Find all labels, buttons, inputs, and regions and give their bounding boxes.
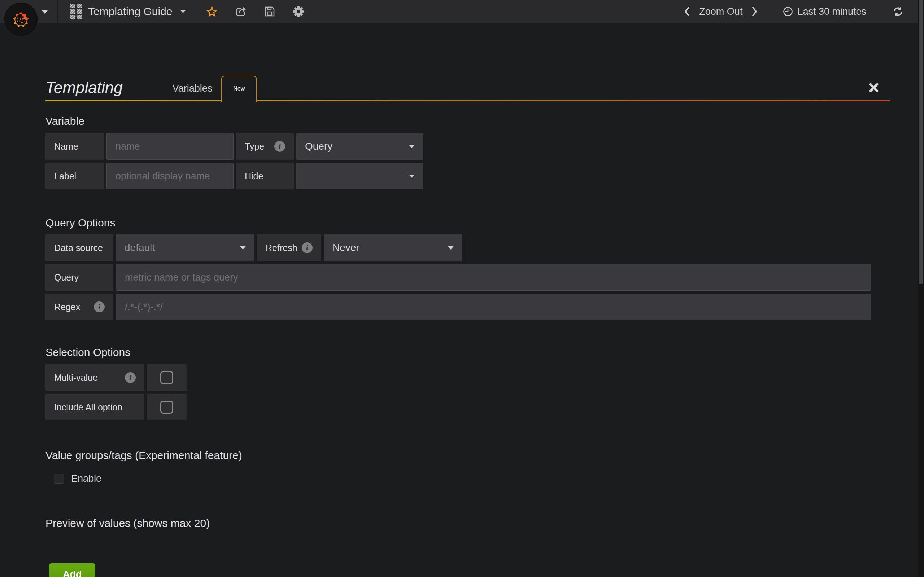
close-icon — [868, 82, 879, 93]
variable-section-heading: Variable — [45, 114, 890, 128]
regex-label-text: Regex — [54, 302, 80, 312]
info-icon[interactable]: i — [125, 372, 136, 383]
dashboard-title: Templating Guide — [88, 5, 172, 18]
include-all-row: Include All option — [45, 394, 890, 421]
chevron-down-icon — [181, 10, 186, 13]
chevron-down-icon — [448, 246, 454, 250]
hide-label: Hide — [236, 163, 294, 189]
grafana-logo-icon — [10, 8, 32, 31]
time-shift-forward-button[interactable] — [743, 0, 767, 23]
close-button[interactable] — [868, 82, 880, 94]
tab-new[interactable]: New — [221, 76, 257, 102]
time-shift-back-button[interactable] — [675, 0, 699, 23]
query-label: Query — [45, 264, 113, 291]
info-icon[interactable]: i — [94, 301, 105, 312]
scrollbar-track[interactable] — [918, 0, 924, 577]
tab-variables[interactable]: Variables — [164, 83, 221, 102]
include-all-label: Include All option — [45, 394, 144, 421]
query-input[interactable] — [116, 264, 871, 291]
query-options-heading: Query Options — [45, 216, 890, 230]
refresh-label: Refresh i — [257, 234, 321, 261]
preview-heading: Preview of values (shows max 20) — [45, 516, 890, 530]
type-select[interactable]: Query — [296, 133, 423, 160]
label-input[interactable] — [107, 163, 234, 189]
hide-select[interactable] — [296, 163, 423, 189]
grafana-logo-icon — [5, 3, 37, 35]
regex-input[interactable] — [116, 293, 871, 320]
gear-icon — [292, 5, 305, 18]
tabs: Variables New — [164, 76, 257, 102]
variable-row-2: Label Hide — [45, 163, 890, 189]
page-title: Templating — [45, 80, 123, 102]
chevron-right-icon — [752, 6, 758, 16]
refresh-select-value: Never — [333, 242, 360, 253]
multi-value-label: Multi-value i — [45, 364, 144, 391]
time-range-label: Last 30 minutes — [797, 6, 866, 17]
templating-editor: Templating Variables New Variable Name T… — [45, 73, 890, 577]
dashboard-settings-button[interactable] — [284, 0, 313, 23]
scrollbar-thumb[interactable] — [919, 0, 923, 284]
multi-value-checkbox[interactable] — [147, 364, 187, 391]
save-dashboard-button[interactable] — [255, 0, 284, 23]
chevron-down-icon — [240, 246, 246, 250]
star-icon — [206, 6, 218, 17]
info-icon[interactable]: i — [274, 141, 285, 152]
refresh-dashboard-button[interactable] — [875, 0, 904, 23]
share-dashboard-button[interactable] — [226, 0, 255, 23]
time-range-picker[interactable]: Last 30 minutes — [767, 0, 875, 23]
name-label: Name — [45, 133, 104, 160]
value-groups-heading: Value groups/tags (Experimental feature) — [45, 449, 890, 462]
enable-label: Enable — [71, 473, 102, 484]
enable-row[interactable]: Enable — [54, 472, 890, 485]
clock-icon — [783, 6, 793, 16]
zoom-out-button[interactable]: Zoom Out — [699, 6, 743, 17]
chevron-down-icon — [409, 174, 415, 178]
share-icon — [235, 6, 247, 17]
templating-header: Templating Variables New — [45, 73, 890, 102]
datasource-select-value: default — [124, 242, 155, 253]
query-row: Query — [45, 264, 890, 291]
refresh-label-text: Refresh — [266, 243, 297, 253]
dashboard-grid-icon — [70, 4, 82, 19]
type-label-text: Type — [245, 141, 264, 152]
refresh-select[interactable]: Never — [324, 234, 462, 261]
variable-row-1: Name Type i Query — [45, 133, 890, 160]
star-dashboard-button[interactable] — [197, 0, 226, 23]
regex-label: Regex i — [45, 293, 113, 320]
refresh-icon — [892, 6, 904, 17]
add-button[interactable]: Add — [49, 563, 95, 577]
dashboard-title-dropdown[interactable]: Templating Guide — [58, 0, 197, 23]
chevron-down-icon — [409, 145, 415, 148]
regex-row: Regex i — [45, 293, 890, 320]
info-icon[interactable]: i — [302, 242, 313, 253]
datasource-select[interactable]: default — [116, 234, 254, 261]
query-options-row-1: Data source default Refresh i Never — [45, 234, 890, 261]
grafana-menu-button[interactable] — [0, 0, 57, 23]
label-label: Label — [45, 163, 104, 189]
checkbox-icon — [160, 401, 173, 414]
include-all-checkbox[interactable] — [147, 394, 187, 421]
chevron-left-icon — [684, 6, 690, 16]
checkbox-icon — [160, 371, 173, 384]
multi-value-row: Multi-value i — [45, 364, 890, 391]
enable-checkbox[interactable] — [54, 474, 64, 484]
selection-options-heading: Selection Options — [45, 345, 890, 359]
type-label: Type i — [236, 133, 294, 160]
navbar: Templating Guide — [0, 0, 924, 23]
type-select-value: Query — [305, 141, 333, 152]
name-input[interactable] — [107, 133, 234, 160]
datasource-label: Data source — [45, 234, 113, 261]
multi-value-label-text: Multi-value — [54, 372, 98, 383]
chevron-down-icon — [42, 10, 48, 14]
save-icon — [264, 6, 275, 17]
time-controls: Zoom Out Last 30 minutes — [675, 0, 904, 23]
